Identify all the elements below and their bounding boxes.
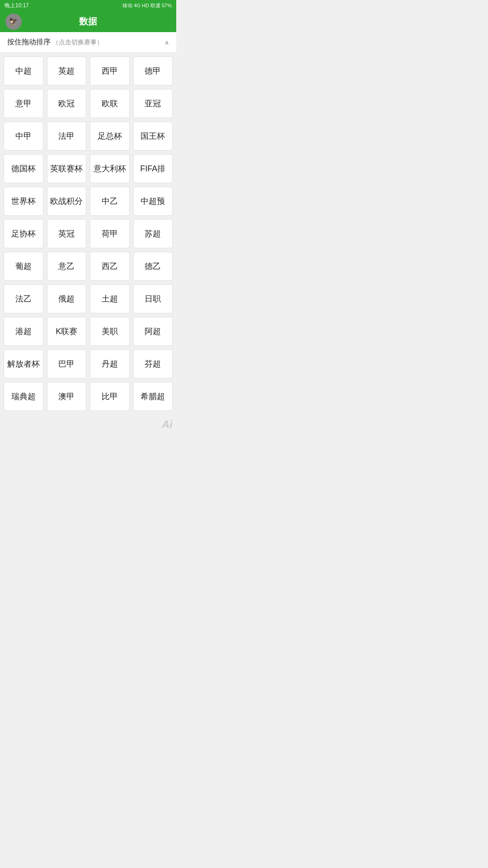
league-item[interactable]: 芬超	[133, 349, 173, 378]
league-item[interactable]: 意大利杯	[90, 154, 130, 183]
league-item[interactable]: 希腊超	[133, 382, 173, 411]
league-item[interactable]: 国王杯	[133, 122, 173, 151]
league-item[interactable]: 德甲	[133, 57, 173, 85]
sort-header-sub-text: （点击切换赛事）	[52, 38, 103, 46]
league-item[interactable]: 欧联	[90, 89, 130, 118]
league-item[interactable]: 中超预	[133, 187, 173, 216]
league-item[interactable]: 意乙	[47, 252, 87, 281]
league-grid: 中超英超西甲德甲意甲欧冠欧联亚冠中甲法甲足总杯国王杯德国杯英联赛杯意大利杯FIF…	[0, 53, 176, 415]
league-item[interactable]: 英联赛杯	[47, 154, 87, 183]
league-item[interactable]: 意甲	[4, 89, 43, 118]
league-item[interactable]: 德国杯	[4, 154, 43, 183]
app-bar: 🦅 数据	[0, 11, 176, 32]
league-item[interactable]: 英冠	[47, 219, 87, 248]
league-item[interactable]: 法甲	[47, 122, 87, 151]
league-item[interactable]: FIFA排	[133, 154, 173, 183]
league-item[interactable]: 西甲	[90, 57, 130, 85]
league-item[interactable]: 俄超	[47, 284, 87, 313]
league-item[interactable]: 欧战积分	[47, 187, 87, 216]
chevron-up-icon: ∧	[164, 39, 169, 46]
status-time: 晚上10:17	[5, 2, 29, 9]
league-item[interactable]: 足协杯	[4, 219, 43, 248]
watermark-text: Ai	[162, 418, 173, 431]
sort-header-main-text: 按住拖动排序	[7, 38, 51, 46]
league-item[interactable]: 巴甲	[47, 349, 87, 378]
league-item[interactable]: 荷甲	[90, 219, 130, 248]
league-item[interactable]: 欧冠	[47, 89, 87, 118]
league-item[interactable]: 中甲	[4, 122, 43, 151]
league-item[interactable]: 苏超	[133, 219, 173, 248]
league-item[interactable]: 足总杯	[90, 122, 130, 151]
avatar[interactable]: 🦅	[5, 14, 22, 30]
league-item[interactable]: 阿超	[133, 317, 173, 346]
sort-header[interactable]: 按住拖动排序 （点击切换赛事） ∧	[0, 32, 176, 53]
league-item[interactable]: 法乙	[4, 284, 43, 313]
league-item[interactable]: 瑞典超	[4, 382, 43, 411]
league-item[interactable]: 西乙	[90, 252, 130, 281]
league-item[interactable]: 解放者杯	[4, 349, 43, 378]
league-item[interactable]: 比甲	[90, 382, 130, 411]
watermark-area: Ai	[0, 415, 176, 434]
league-item[interactable]: 澳甲	[47, 382, 87, 411]
status-bar: 晚上10:17 移动 4G HD 联通 57%	[0, 0, 176, 11]
league-item[interactable]: 亚冠	[133, 89, 173, 118]
league-item[interactable]: 中乙	[90, 187, 130, 216]
league-item[interactable]: 世界杯	[4, 187, 43, 216]
league-item[interactable]: 丹超	[90, 349, 130, 378]
league-item[interactable]: 土超	[90, 284, 130, 313]
league-item[interactable]: 英超	[47, 57, 87, 85]
league-item[interactable]: 葡超	[4, 252, 43, 281]
league-item[interactable]: K联赛	[47, 317, 87, 346]
status-right-info: 移动 4G HD 联通 57%	[122, 2, 172, 9]
league-item[interactable]: 日职	[133, 284, 173, 313]
app-bar-title: 数据	[79, 15, 97, 28]
sort-header-label: 按住拖动排序 （点击切换赛事）	[7, 38, 103, 47]
league-item[interactable]: 中超	[4, 57, 43, 85]
league-item[interactable]: 港超	[4, 317, 43, 346]
league-item[interactable]: 美职	[90, 317, 130, 346]
league-item[interactable]: 德乙	[133, 252, 173, 281]
